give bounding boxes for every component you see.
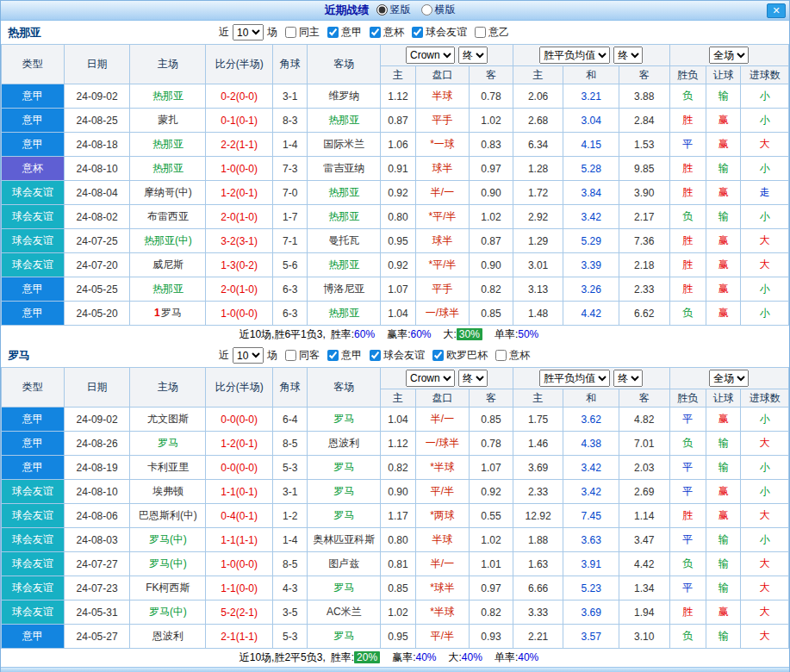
avg-odds-select[interactable]: 胜平负均值 (539, 370, 610, 387)
home-odds: 0.85 (381, 576, 415, 600)
full-score: 0-1 (221, 115, 235, 127)
sub-header-goals: 进球数 (741, 389, 789, 408)
avg-odds-select[interactable]: 胜平负均值 (539, 47, 610, 64)
home-team: 罗马 (130, 432, 206, 456)
close-button[interactable]: ✕ (767, 3, 786, 18)
filter-checkbox[interactable] (370, 350, 381, 361)
summary-stats: 胜率:20%赢率:40%大:40%单率:40% (331, 651, 551, 663)
away-odds: 0.82 (470, 277, 513, 302)
away-team-name: AC米兰 (327, 606, 362, 618)
score-cell: 1-0(0-0) (206, 302, 273, 326)
scope-select[interactable]: 全场 (709, 370, 749, 387)
corners-cell: 7-3 (273, 157, 308, 181)
away-odds: 1.02 (470, 528, 513, 552)
handicap-line: 球半 (415, 229, 470, 253)
away-team: 罗马 (308, 625, 381, 649)
away-team: 雷吉亚纳 (308, 157, 381, 181)
result-cell: 平 (669, 456, 706, 480)
away-odds: 1.02 (470, 109, 513, 133)
scope-select[interactable]: 全场 (709, 47, 749, 64)
avg-group-header: 胜平负均值终 (513, 368, 669, 389)
away-odds: 1.07 (470, 456, 513, 480)
match-row: 意杯24-08-10热那亚1-0(0-0)7-3雷吉亚纳0.91球半0.971.… (2, 157, 789, 181)
handicap-result-cell: 赢 (706, 600, 740, 625)
avg-draw-odds: 3.42 (563, 205, 619, 229)
col-header-corner: 角球 (273, 45, 308, 84)
score-cell: 1-1(1-1) (206, 528, 273, 552)
avg-time-select[interactable]: 终 (613, 47, 643, 64)
filter-option: 意甲 (327, 25, 362, 40)
layout-radio[interactable] (421, 4, 432, 16)
home-team: 蒙扎 (130, 109, 206, 133)
away-team: 罗马 (308, 456, 381, 480)
filter-checkbox[interactable] (475, 27, 486, 38)
home-team: 罗马(中) (130, 528, 206, 552)
handicap-result-cell: 输 (706, 432, 740, 456)
sub-header-handicap: 盘口 (415, 389, 470, 408)
summary-value: 40% (462, 651, 482, 663)
bottom-gradient-bar (1, 667, 789, 672)
away-team: 奥林匹亚科斯 (308, 528, 381, 552)
filter-checkbox[interactable] (327, 27, 339, 38)
away-odds: 0.97 (470, 157, 513, 181)
score-cell: 2-2(1-1) (206, 133, 273, 157)
away-team: AC米兰 (308, 600, 381, 625)
filter-checkbox[interactable] (495, 350, 507, 361)
full-score: 0-4 (221, 510, 235, 522)
filter-checkbox[interactable] (327, 350, 339, 361)
away-team: 热那亚 (308, 109, 381, 133)
handicap-line: 一/球半 (415, 432, 470, 456)
layout-radio[interactable] (376, 4, 388, 16)
home-odds: 1.04 (381, 408, 415, 432)
filter-checkbox[interactable] (432, 350, 444, 361)
summary-value: 40% (518, 651, 538, 663)
league-badge: 球会友谊 (2, 600, 65, 625)
home-team-name: 热那亚 (152, 283, 184, 295)
layout-label: 横版 (435, 3, 456, 17)
home-odds: 1.12 (381, 84, 415, 109)
away-odds: 0.93 (470, 625, 513, 649)
score-cell: 1-1(0-0) (206, 576, 273, 600)
corners-cell: 7-0 (273, 181, 308, 205)
scope-group-header: 全场 (669, 45, 788, 66)
result-cell: 胜 (669, 157, 706, 181)
col-header-score: 比分(半场) (206, 45, 273, 84)
league-badge: 意甲 (2, 625, 65, 649)
avg-time-select[interactable]: 终 (613, 370, 643, 387)
recent-count-select[interactable]: 10 (233, 24, 264, 40)
handicap-line: 球半 (415, 157, 470, 181)
avg-draw-odds: 3.21 (563, 84, 619, 109)
scope-group-header: 全场 (669, 368, 788, 389)
filter-checkbox[interactable] (285, 350, 296, 361)
away-team: 罗马 (308, 408, 381, 432)
odds-time-select[interactable]: 终 (458, 370, 488, 387)
handicap-line: *平/半 (415, 205, 470, 229)
filter-checkbox[interactable] (370, 27, 381, 38)
odds-time-select[interactable]: 终 (458, 47, 488, 64)
half-score: (1-1) (236, 139, 258, 151)
corners-cell: 3-1 (273, 480, 308, 504)
home-odds: 1.02 (381, 600, 415, 625)
match-date: 24-09-02 (64, 408, 130, 432)
match-date: 24-09-02 (64, 84, 130, 109)
odds-company-select[interactable]: Crown (406, 47, 455, 64)
odds-company-select[interactable]: Crown (406, 370, 455, 387)
goals-result-cell: 小 (741, 528, 789, 552)
summary-prefix: 近10场,胜2平5负3, (239, 651, 326, 663)
avg-home-odds: 3.69 (513, 456, 563, 480)
league-badge: 意甲 (2, 277, 65, 302)
avg-draw-odds: 3.42 (563, 480, 619, 504)
filter-checkbox[interactable] (285, 27, 296, 38)
sub-header-avg-away: 客 (619, 389, 669, 408)
filter-option: 欧罗巴杯 (432, 348, 488, 363)
filter-checkbox[interactable] (412, 27, 423, 38)
result-cell: 胜 (669, 277, 706, 302)
handicap-result-cell: 输 (706, 625, 740, 649)
recent-count-select[interactable]: 10 (233, 347, 264, 364)
corners-cell: 5-6 (273, 253, 308, 277)
summary-row: 近10场,胜2平5负3,胜率:20%赢率:40%大:40%单率:40% (1, 649, 789, 667)
sub-header-avg-away: 客 (619, 66, 669, 84)
full-score: 2-2 (221, 139, 235, 151)
league-badge: 意甲 (2, 109, 65, 133)
away-odds: 0.85 (470, 302, 513, 326)
